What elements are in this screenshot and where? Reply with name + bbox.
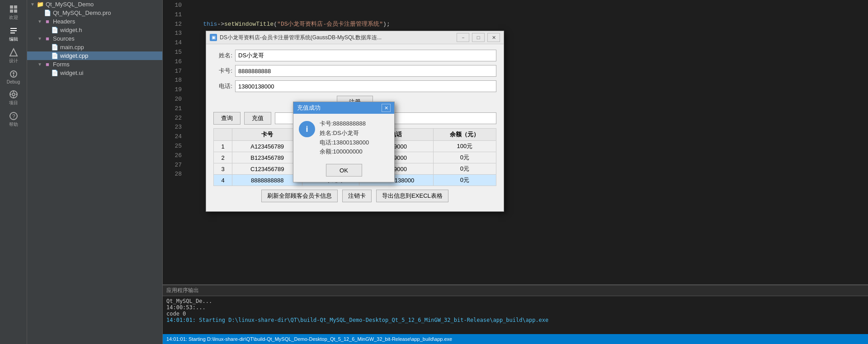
table-cell-balance: 100元 [433, 141, 496, 152]
table-cell-card: C123456789 [232, 163, 302, 175]
qt-query-button[interactable]: 查询 [213, 112, 241, 125]
tree-item-project[interactable]: ▼ 📁 Qt_MySQL_Demo [27, 0, 162, 9]
qt-name-row: 姓名: [213, 50, 496, 61]
headers-icon: ■ [43, 18, 52, 25]
main-cpp-icon: 📄 [51, 44, 59, 51]
qt-name-label: 姓名: [213, 51, 232, 60]
qt-cancel-card-button[interactable]: 注销卡 [342, 190, 372, 202]
svg-marker-7 [10, 49, 17, 56]
output-panel: 应用程序输出 Qt_MySQL_De... 14:00:53:... code … [163, 284, 868, 334]
qt-app-icon: ▣ [210, 34, 217, 41]
table-cell-balance: 0元 [433, 175, 496, 186]
sidebar-icon-apps[interactable]: 欢迎 [2, 2, 25, 23]
status-bar: 14:01:01: Starting D:\linux-share-dir\QT… [163, 334, 868, 344]
project-folder-icon: 📁 [36, 1, 44, 8]
qt-export-button[interactable]: 导出信息到EXECL表格 [376, 190, 448, 202]
qt-titlebar: ▣ DS小龙哥资料店-会员卡注册管理系统(GaussDB-MySQL数据库连..… [206, 31, 504, 44]
output-line-3: code 0 [166, 311, 864, 317]
line-numbers: 1011121314 1516171819 2021222324 2526272… [163, 0, 185, 284]
svg-rect-3 [14, 9, 17, 13]
qt-dialog-ok-row: OK [293, 162, 394, 182]
sidebar-icon-help[interactable]: ? 帮助 [2, 109, 25, 130]
code-line-18 [189, 245, 864, 255]
dialog-line-2: 姓名:DS小龙哥 [320, 129, 369, 138]
code-line-17 [189, 217, 864, 226]
sidebar-icon-edit[interactable]: 编辑 [2, 23, 25, 45]
tree-item-pro[interactable]: 📄 Qt_MySQL_Demo.pro [27, 9, 162, 17]
sidebar-label-edit: 编辑 [9, 36, 18, 42]
ui-file-icon: 📄 [51, 70, 59, 76]
tree-headers-label: Headers [53, 18, 160, 25]
svg-rect-5 [10, 30, 17, 31]
file-tree: ▼ 📁 Qt_MySQL_Demo 📄 Qt_MySQL_Demo.pro ▼ … [27, 0, 163, 344]
code-line-19 [189, 273, 864, 283]
tree-forms-label: Forms [53, 61, 160, 68]
svg-point-9 [13, 72, 14, 74]
table-cell-card: A123456789 [232, 141, 302, 152]
qt-table-header-balance: 余额（元） [433, 129, 496, 141]
qt-card-input[interactable] [235, 65, 496, 77]
qt-dialog-ok-button[interactable]: OK [326, 164, 362, 177]
qt-phone-input[interactable] [235, 80, 496, 92]
qt-maximize-button[interactable]: □ [472, 33, 485, 42]
qt-dialog-text: 卡号:8888888888 姓名:DS小龙哥 电话:13800138000 余额… [320, 119, 369, 157]
output-line-5: 14:01:01: Starting D:\linux-share-dir\QT… [166, 317, 864, 323]
table-cell-balance: 0元 [433, 163, 496, 175]
qt-dialog-title: 充值成功 [297, 104, 382, 112]
qt-bottom-row: 刷新全部顾客会员卡信息 注销卡 导出信息到EXECL表格 [213, 190, 496, 206]
table-cell-num: 2 [214, 152, 232, 163]
qt-refresh-button[interactable]: 刷新全部顾客会员卡信息 [261, 190, 338, 202]
tree-widget-cpp-label: widget.cpp [60, 52, 160, 59]
table-cell-num: 3 [214, 163, 232, 175]
qt-table-header-num [214, 129, 232, 141]
svg-rect-10 [13, 74, 14, 76]
sidebar-label-project: 项目 [9, 100, 18, 106]
qt-dialog-recharge-success: 充值成功 ✕ i 卡号:8888888888 姓名:DS小龙哥 电话:13800… [293, 102, 395, 182]
sidebar-icon-debug[interactable]: Debug [2, 67, 25, 87]
code-line-10: this->setWindowTitle("DS小龙哥资料店-会员卡注册管理系统… [189, 20, 864, 29]
qt-minimize-button[interactable]: － [457, 33, 469, 42]
tree-item-widget-ui[interactable]: 📄 widget.ui [27, 69, 162, 77]
sidebar-icon-design[interactable]: 设计 [2, 45, 25, 67]
qt-phone-row: 电话: [213, 80, 496, 92]
qt-dialog-body: i 卡号:8888888888 姓名:DS小龙哥 电话:13800138000 … [293, 114, 394, 162]
sidebar: 欢迎 编辑 设计 Debug 项目 ? 帮助 [0, 0, 27, 344]
forms-icon: ■ [43, 61, 52, 68]
tree-item-main-cpp[interactable]: 📄 main.cpp [27, 43, 162, 51]
qt-dialog-titlebar: 充值成功 ✕ [293, 102, 394, 114]
status-bar-text: 14:01:01: Starting D:\linux-share-dir\QT… [166, 336, 452, 342]
table-cell-num: 1 [214, 141, 232, 152]
qt-dialog-close-button[interactable]: ✕ [382, 104, 391, 112]
h-file-icon: 📄 [51, 27, 59, 33]
qt-close-button[interactable]: ✕ [487, 33, 500, 42]
table-cell-num: 4 [214, 175, 232, 186]
table-cell-card: B123456789 [232, 152, 302, 163]
sidebar-icon-project[interactable]: 项目 [2, 87, 25, 109]
dialog-line-1: 卡号:8888888888 [320, 119, 369, 129]
tree-item-sources[interactable]: ▼ ■ Sources [27, 34, 162, 43]
svg-rect-4 [10, 28, 17, 29]
pro-file-icon: 📄 [43, 9, 52, 16]
sidebar-label-apps: 欢迎 [9, 14, 18, 21]
qt-name-input[interactable] [235, 50, 496, 61]
dialog-line-4: 余额:100000000 [320, 147, 369, 157]
tree-sources-label: Sources [53, 35, 160, 42]
svg-point-12 [12, 93, 15, 96]
tree-widget-h-label: widget.h [60, 27, 160, 33]
output-header: 应用程序输出 [163, 285, 868, 296]
tree-arrow-project: ▼ [29, 2, 36, 7]
tree-item-widget-cpp[interactable]: 📄 widget.cpp [27, 51, 162, 60]
qt-recharge-button[interactable]: 充值 [244, 112, 271, 125]
tree-project-label: Qt_MySQL_Demo [46, 1, 160, 8]
svg-rect-2 [10, 9, 13, 13]
output-line-2: 14:00:53:... [166, 304, 864, 311]
tree-item-headers[interactable]: ▼ ■ Headers [27, 17, 162, 26]
qt-dialog-info-icon: i [299, 121, 315, 137]
output-content[interactable]: Qt_MySQL_De... 14:00:53:... code 0 14:01… [163, 296, 868, 334]
table-cell-balance: 0元 [433, 152, 496, 163]
table-cell-card: 8888888888 [232, 175, 302, 186]
qt-table-header-card: 卡号 [232, 129, 302, 141]
dialog-line-3: 电话:13800138000 [320, 138, 369, 148]
tree-item-forms[interactable]: ▼ ■ Forms [27, 60, 162, 69]
tree-item-widget-h[interactable]: 📄 widget.h [27, 26, 162, 34]
